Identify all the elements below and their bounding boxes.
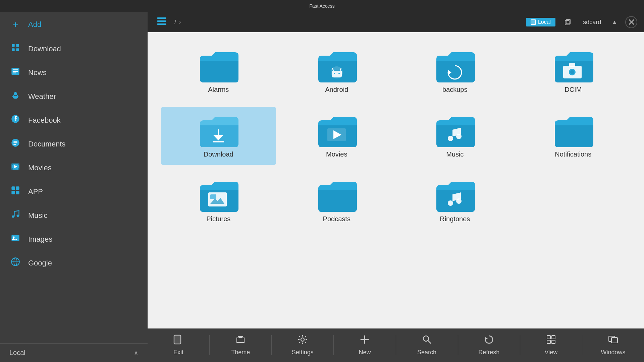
svg-rect-54 bbox=[210, 194, 216, 199]
add-label: Add bbox=[28, 20, 41, 29]
folder-alarms-icon bbox=[198, 49, 238, 82]
add-icon: ＋ bbox=[9, 18, 21, 31]
folder-android[interactable]: Android bbox=[279, 42, 394, 100]
sidebar: ＋ Add Download News Weather Facebo bbox=[0, 12, 148, 362]
settings-icon bbox=[298, 335, 308, 347]
toolbar-theme[interactable]: Theme bbox=[210, 328, 271, 362]
folder-dcim-label: DCIM bbox=[565, 86, 582, 94]
sidebar-item-weather[interactable]: Weather bbox=[0, 84, 148, 108]
bottom-toolbar: Exit Theme bbox=[148, 328, 644, 362]
svg-line-64 bbox=[428, 341, 431, 343]
folder-android-label: Android bbox=[325, 86, 348, 94]
facebook-icon bbox=[9, 114, 21, 126]
folder-dcim[interactable]: DCIM bbox=[516, 42, 631, 100]
folder-pictures-label: Pictures bbox=[206, 215, 230, 223]
toolbar-settings[interactable]: Settings bbox=[272, 328, 333, 362]
folder-notifications-label: Notifications bbox=[555, 150, 591, 158]
images-icon bbox=[9, 233, 21, 245]
svg-rect-13 bbox=[11, 164, 13, 165]
app-icon bbox=[9, 186, 21, 197]
svg-rect-68 bbox=[547, 340, 550, 344]
folder-pictures[interactable]: Pictures bbox=[161, 172, 276, 230]
windows-icon bbox=[608, 335, 618, 347]
sidebar-footer: Local ∧ bbox=[0, 343, 148, 362]
svg-rect-69 bbox=[552, 340, 555, 344]
toolbar-search[interactable]: Search bbox=[396, 328, 458, 362]
hamburger-button[interactable] bbox=[154, 15, 169, 29]
folder-music-icon bbox=[435, 114, 475, 147]
folder-notifications[interactable]: Notifications bbox=[516, 107, 631, 165]
folder-download-label: Download bbox=[204, 150, 233, 158]
exit-label: Exit bbox=[173, 349, 183, 356]
sidebar-item-google[interactable]: Google bbox=[0, 251, 148, 275]
folder-ringtones[interactable]: Ringtones bbox=[397, 172, 513, 230]
folder-pictures-icon bbox=[198, 178, 238, 212]
svg-rect-18 bbox=[11, 186, 15, 190]
path-slash: / bbox=[174, 19, 176, 26]
svg-rect-35 bbox=[566, 19, 570, 24]
location-badge: Local bbox=[526, 18, 555, 26]
svg-point-25 bbox=[13, 236, 15, 238]
svg-rect-0 bbox=[12, 44, 15, 47]
chevron-up-icon[interactable]: ∧ bbox=[134, 349, 138, 357]
svg-point-56 bbox=[448, 200, 453, 206]
svg-point-45 bbox=[570, 70, 574, 74]
sidebar-item-download[interactable]: Download bbox=[0, 37, 148, 61]
search-label: Search bbox=[417, 349, 436, 356]
svg-rect-31 bbox=[157, 23, 166, 25]
download-icon bbox=[9, 43, 21, 55]
close-button[interactable]: ✕ bbox=[625, 16, 637, 28]
sidebar-item-movies[interactable]: Movies bbox=[0, 156, 148, 180]
toolbar-windows[interactable]: Windows bbox=[582, 328, 644, 362]
music-icon bbox=[9, 209, 21, 221]
refresh-label: Refresh bbox=[478, 349, 499, 356]
folder-download[interactable]: Download bbox=[161, 107, 276, 165]
folder-ringtones-icon bbox=[435, 178, 475, 212]
toolbar-exit[interactable]: Exit bbox=[148, 328, 209, 362]
sidebar-item-facebook[interactable]: Facebook bbox=[0, 108, 148, 132]
theme-icon bbox=[235, 335, 246, 347]
sidebar-google-label: Google bbox=[28, 259, 52, 267]
sidebar-item-documents[interactable]: Documents bbox=[0, 132, 148, 156]
sdcard-label: sdcard bbox=[583, 19, 601, 26]
svg-point-57 bbox=[456, 198, 462, 204]
svg-rect-34 bbox=[565, 20, 569, 25]
folder-android-icon bbox=[317, 49, 357, 82]
svg-point-52 bbox=[456, 134, 462, 139]
weather-icon bbox=[9, 90, 21, 102]
toolbar-refresh[interactable]: Refresh bbox=[458, 328, 520, 362]
folder-download-icon bbox=[198, 114, 238, 147]
svg-rect-21 bbox=[16, 191, 19, 194]
sidebar-music-label: Music bbox=[28, 211, 47, 220]
toolbar-new[interactable]: New bbox=[334, 328, 395, 362]
folder-movies[interactable]: Movies bbox=[279, 107, 394, 165]
new-label: New bbox=[359, 349, 371, 356]
sidebar-item-news[interactable]: News bbox=[0, 61, 148, 84]
svg-rect-6 bbox=[13, 71, 18, 72]
top-bar: Fast Access bbox=[0, 0, 644, 12]
sidebar-item-app[interactable]: APP bbox=[0, 180, 148, 203]
folder-alarms[interactable]: Alarms bbox=[161, 42, 276, 100]
app-title: Fast Access bbox=[309, 3, 334, 9]
sidebar-item-music[interactable]: Music bbox=[0, 203, 148, 227]
toolbar-view[interactable]: View bbox=[520, 328, 582, 362]
folder-music[interactable]: Music bbox=[397, 107, 513, 165]
copy-icon bbox=[564, 19, 571, 25]
sidebar-item-images[interactable]: Images bbox=[0, 227, 148, 251]
svg-rect-32 bbox=[531, 19, 536, 25]
sidebar-images-label: Images bbox=[28, 235, 52, 244]
local-label: Local bbox=[9, 349, 25, 357]
folder-backups-icon bbox=[435, 49, 475, 82]
sidebar-documents-label: Documents bbox=[28, 140, 65, 148]
main-layout: ＋ Add Download News Weather Facebo bbox=[0, 12, 644, 362]
svg-rect-66 bbox=[547, 336, 550, 339]
svg-rect-3 bbox=[16, 48, 19, 51]
folder-backups[interactable]: backups bbox=[397, 42, 513, 100]
theme-label: Theme bbox=[231, 349, 250, 356]
signal-icon: ▲ bbox=[612, 19, 617, 25]
svg-rect-67 bbox=[552, 336, 555, 339]
windows-label: Windows bbox=[601, 349, 625, 356]
sidebar-add-button[interactable]: ＋ Add bbox=[0, 12, 148, 37]
svg-rect-20 bbox=[11, 191, 15, 194]
folder-podcasts[interactable]: Podcasts bbox=[279, 172, 394, 230]
